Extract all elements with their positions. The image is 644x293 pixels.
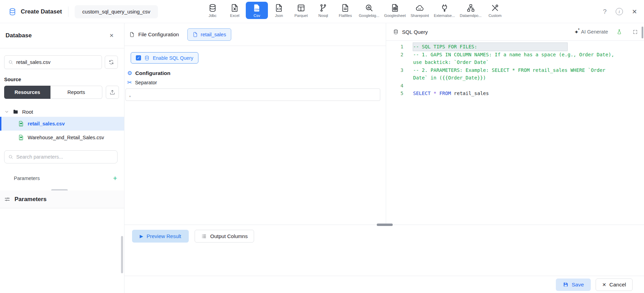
source-type-label: Jdbc: [208, 13, 216, 18]
tab-reports[interactable]: Reports: [50, 86, 102, 99]
source-type-label: Csv: [254, 13, 260, 18]
source-type-excel[interactable]: Excel: [224, 2, 246, 19]
separator-field[interactable]: [129, 92, 376, 97]
parameters-list-label: Parameters: [14, 176, 40, 181]
csv-file-icon: csv: [18, 121, 24, 127]
info-icon[interactable]: i: [616, 8, 623, 15]
cloud-icon: [415, 3, 424, 12]
source-type-csv[interactable]: CSVCsv: [246, 2, 268, 19]
source-type-label: Externalse...: [434, 13, 455, 18]
close-icon[interactable]: ✕: [632, 8, 637, 16]
gear-icon: ⚙: [127, 70, 132, 76]
preview-result-button[interactable]: ▶ Preview Result: [132, 230, 189, 243]
upload-button[interactable]: [106, 86, 119, 99]
network-icon: [466, 3, 475, 12]
search-icon: [8, 59, 13, 65]
sql-code-editor[interactable]: 1-- SQL TIPS FOR FILES:2-- 1. GAPS IN CO…: [386, 41, 644, 97]
refresh-button[interactable]: [105, 56, 118, 69]
source-type-label: Dataendpo...: [460, 13, 482, 18]
line-number: 3: [386, 66, 403, 82]
resize-handle[interactable]: [377, 224, 393, 226]
tree-file-warehouse-and-retail-sales-csv[interactable]: csvWarehouse_and_Retail_Sales.csv: [0, 131, 124, 144]
line-number: 1: [386, 43, 403, 51]
sidebar-scrollbar[interactable]: [121, 236, 123, 273]
code-line-4: 4: [386, 82, 644, 90]
file-search-field[interactable]: [16, 59, 98, 65]
code-text: -- 2. PARAMETERS: Example: SELECT * FROM…: [413, 66, 620, 82]
sliders-icon: [4, 196, 10, 202]
parameters-search-field[interactable]: [16, 154, 114, 160]
scissors-icon: ✂: [127, 80, 132, 85]
file-configuration-title: File Configuration: [138, 31, 179, 37]
code-line-5: 5SELECT * FROM retail_sales: [386, 89, 644, 97]
save-button[interactable]: Save: [556, 278, 591, 291]
table-tab-retail-sales[interactable]: retail_sales: [187, 28, 231, 41]
sparkles-icon: ✦: [574, 29, 579, 35]
tree-children: csvretail_sales.csvcsvWarehouse_and_Reta…: [0, 117, 124, 144]
save-label: Save: [572, 282, 584, 288]
parquet-table-icon: [297, 3, 306, 12]
source-type-externalse[interactable]: Externalse...: [431, 2, 457, 19]
add-parameter-button[interactable]: +: [113, 174, 117, 182]
tab-resources[interactable]: Resources: [4, 86, 50, 99]
parameters-search-input[interactable]: [4, 150, 118, 163]
file-excel-icon: [230, 3, 239, 12]
ai-generate-button[interactable]: ✦ AI Generate: [574, 29, 608, 35]
file-json-icon: [274, 3, 283, 12]
tree-root-label: Root: [22, 109, 33, 115]
help-icon[interactable]: ?: [603, 8, 607, 16]
separator-label: Separator: [135, 80, 157, 85]
branch-icon: [319, 3, 328, 12]
tree-node-root[interactable]: Root: [0, 106, 124, 117]
cancel-button[interactable]: ✕ Cancel: [596, 278, 633, 291]
enable-sql-query-toggle[interactable]: ✓ Enable SQL Query: [131, 52, 198, 64]
database-icon: [8, 8, 17, 16]
editor-scrollbar[interactable]: [642, 27, 643, 38]
source-type-parquet[interactable]: Parquet: [290, 2, 312, 19]
source-type-dataendpo[interactable]: Dataendpo...: [457, 2, 484, 19]
sidebar-close-icon[interactable]: ✕: [109, 32, 114, 39]
upload-icon: [109, 89, 115, 95]
sql-query-panel: SQL Query ✦ AI Generate 1-- SQL TIPS FOR…: [386, 23, 644, 225]
divider: [68, 7, 68, 17]
file-configuration-panel: File Configuration retail_sales ✓ Enable…: [124, 23, 386, 225]
list-icon: [201, 234, 207, 239]
line-number: 4: [386, 82, 403, 90]
file-name: retail_sales.csv: [28, 121, 65, 126]
sidebar-header: Database ✕: [0, 23, 124, 48]
play-icon: ▶: [140, 234, 143, 239]
source-type-json[interactable]: Json: [268, 2, 290, 19]
svg-text:csv: csv: [20, 124, 22, 126]
table-tab-label: retail_sales: [201, 32, 226, 37]
code-text: -- SQL TIPS FOR FILES:: [413, 43, 567, 51]
source-tabs-row: Resources Reports: [0, 86, 124, 99]
flask-icon[interactable]: [616, 29, 622, 35]
source-type-custom[interactable]: Custom: [484, 2, 506, 19]
csv-file-icon: csv: [18, 134, 24, 141]
checkbox-checked-icon[interactable]: ✓: [136, 55, 141, 60]
chevron-down-icon: [4, 109, 9, 114]
source-type-label: Nosql: [318, 13, 328, 18]
sql-query-title: SQL Query: [402, 29, 571, 35]
tree-file-retail-sales-csv[interactable]: csvretail_sales.csv: [0, 117, 124, 131]
source-type-label: Googlebig...: [359, 13, 379, 18]
file-search-input[interactable]: [4, 55, 102, 69]
fullscreen-icon[interactable]: [633, 29, 638, 35]
code-line-2: 2-- 1. GAPS IN COLUMN NAMES: If a name h…: [386, 51, 644, 66]
output-columns-button[interactable]: Output Columns: [195, 230, 254, 243]
separator-heading: ✂ Separator: [127, 80, 386, 85]
footer: Save ✕ Cancel: [124, 276, 644, 293]
source-type-nosql[interactable]: Nosql: [312, 2, 334, 19]
separator-input[interactable]: [125, 88, 380, 101]
file-tree: Root csvretail_sales.csvcsvWarehouse_and…: [0, 106, 124, 144]
source-type-googlesheet[interactable]: Googlesheet: [382, 2, 408, 19]
source-type-label: Flatfiles: [339, 13, 352, 18]
source-type-flatfiles[interactable]: Flatfiles: [334, 2, 356, 19]
source-type-sharepoint[interactable]: Sharepoint: [408, 2, 431, 19]
close-icon: ✕: [602, 282, 606, 287]
source-type-jdbc[interactable]: Jdbc: [202, 2, 224, 19]
page-title: Create Dataset: [21, 8, 62, 15]
folder-icon: [13, 109, 19, 115]
database-icon: [208, 3, 217, 12]
source-type-googlebig[interactable]: Googlebig...: [356, 2, 382, 19]
